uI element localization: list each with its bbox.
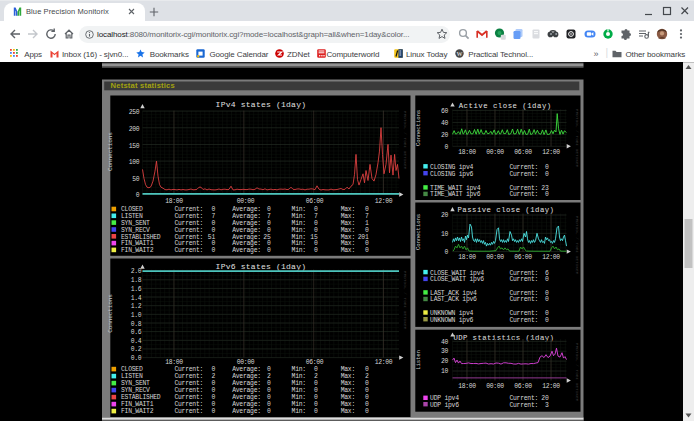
svg-text:0: 0 (545, 296, 549, 303)
svg-text:Average:: Average: (232, 373, 261, 380)
svg-text:0: 0 (365, 387, 369, 394)
svg-text:0.2: 0.2 (131, 346, 142, 353)
svg-text:0: 0 (267, 380, 271, 387)
svg-text:SYN_RECV: SYN_RECV (121, 387, 150, 394)
svg-text:Current:: Current: (509, 276, 538, 283)
svg-text:Average:: Average: (232, 408, 261, 415)
svg-text:2: 2 (211, 373, 215, 380)
svg-text:18:00: 18:00 (458, 149, 476, 156)
svg-text:0: 0 (211, 408, 215, 415)
svg-text:0: 0 (314, 401, 318, 408)
svg-text:Connections: Connections (107, 294, 114, 333)
svg-text:RRDTOOL / TOBI OETIKER: RRDTOOL / TOBI OETIKER (575, 343, 579, 402)
svg-text:Max:: Max: (341, 373, 355, 380)
svg-text:UDP ipv6: UDP ipv6 (430, 402, 459, 409)
svg-text:Current:: Current: (509, 191, 538, 198)
svg-text:FIN_WAIT1: FIN_WAIT1 (121, 401, 154, 408)
svg-text:IPv6 states (1day): IPv6 states (1day) (216, 262, 307, 271)
svg-text:0: 0 (267, 401, 271, 408)
svg-text:1.6: 1.6 (131, 286, 142, 293)
svg-text:0: 0 (267, 247, 271, 254)
svg-text:2: 2 (314, 373, 318, 380)
svg-text:0: 0 (365, 366, 369, 373)
svg-text:Min:: Min: (292, 401, 306, 408)
svg-text:Min:: Min: (292, 408, 306, 415)
svg-text:12:00: 12:00 (542, 149, 560, 156)
svg-text:2.0: 2.0 (131, 268, 142, 275)
svg-text:FIN_WAIT2: FIN_WAIT2 (121, 247, 154, 254)
svg-text:18:00: 18:00 (165, 359, 183, 366)
svg-text:0: 0 (365, 380, 369, 387)
svg-text:00:00: 00:00 (486, 383, 504, 390)
svg-text:Current:: Current: (174, 380, 203, 387)
svg-text:Max:: Max: (341, 380, 355, 387)
svg-text:Max:: Max: (341, 394, 355, 401)
svg-text:Current:: Current: (174, 387, 203, 394)
svg-text:0: 0 (314, 247, 318, 254)
svg-text:0: 0 (136, 192, 140, 199)
svg-text:Current:: Current: (174, 373, 203, 380)
svg-text:0: 0 (211, 401, 215, 408)
svg-text:06:00: 06:00 (514, 149, 532, 156)
svg-text:Min:: Min: (292, 373, 306, 380)
svg-text:0.6: 0.6 (131, 329, 142, 336)
svg-text:Listen: Listen (415, 350, 422, 370)
svg-text:Connections: Connections (107, 132, 114, 171)
svg-text:CLOSED: CLOSED (121, 366, 143, 373)
svg-text:20: 20 (441, 132, 449, 139)
svg-text:0: 0 (211, 366, 215, 373)
svg-text:Min:: Min: (292, 380, 306, 387)
svg-text:Min:: Min: (292, 366, 306, 373)
svg-text:RRDTOOL / TOBI OETIKER: RRDTOOL / TOBI OETIKER (575, 109, 579, 168)
svg-text:2: 2 (267, 373, 271, 380)
svg-text:0: 0 (365, 408, 369, 415)
svg-text:250: 250 (129, 109, 140, 116)
svg-text:0: 0 (314, 408, 318, 415)
svg-text:2: 2 (365, 373, 369, 380)
svg-text:0: 0 (314, 394, 318, 401)
svg-text:0: 0 (545, 171, 549, 178)
svg-text:IPv4 states (1day): IPv4 states (1day) (216, 100, 307, 109)
svg-text:1.2: 1.2 (131, 303, 142, 310)
svg-text:1.4: 1.4 (131, 295, 142, 302)
svg-text:100: 100 (129, 159, 140, 166)
svg-text:ESTABLISHED: ESTABLISHED (121, 394, 161, 401)
svg-text:Current:: Current: (174, 394, 203, 401)
svg-text:40: 40 (441, 339, 449, 346)
svg-text:12:00: 12:00 (375, 198, 393, 205)
svg-text:Min:: Min: (292, 247, 306, 254)
svg-text:12:00: 12:00 (542, 254, 560, 261)
svg-text:0: 0 (267, 387, 271, 394)
svg-text:Average:: Average: (232, 401, 261, 408)
svg-text:0: 0 (314, 387, 318, 394)
svg-text:0: 0 (444, 249, 448, 256)
svg-text:Passive close (1day): Passive close (1day) (458, 206, 555, 214)
svg-text:00:00: 00:00 (486, 254, 504, 261)
svg-text:0: 0 (314, 380, 318, 387)
svg-text:W: W (457, 51, 463, 57)
svg-text:UNKNOWN ipv6: UNKNOWN ipv6 (430, 317, 473, 324)
svg-text:SYN_SENT: SYN_SENT (121, 380, 150, 387)
svg-text:Current:: Current: (174, 408, 203, 415)
svg-text:0: 0 (545, 276, 549, 283)
svg-text:00:00: 00:00 (237, 359, 255, 366)
svg-text:60: 60 (441, 108, 449, 115)
svg-text:10: 10 (441, 368, 449, 375)
svg-text:Max:: Max: (341, 247, 355, 254)
svg-text:FIN_WAIT2: FIN_WAIT2 (121, 408, 154, 415)
svg-text:0.4: 0.4 (131, 338, 142, 345)
svg-text:Current:: Current: (174, 247, 203, 254)
svg-text:Current:: Current: (509, 402, 538, 409)
svg-text:Current:: Current: (174, 366, 203, 373)
svg-text:12:00: 12:00 (542, 383, 560, 390)
svg-text:Current:: Current: (509, 171, 538, 178)
svg-text:0: 0 (365, 394, 369, 401)
svg-text:20: 20 (441, 358, 449, 365)
svg-text:0.8: 0.8 (131, 321, 142, 328)
svg-text:1.0: 1.0 (131, 312, 142, 319)
svg-text:Max:: Max: (341, 401, 355, 408)
svg-text:Current:: Current: (174, 401, 203, 408)
svg-text:RRDTOOL / TOBI OETIKER: RRDTOOL / TOBI OETIKER (403, 271, 407, 330)
svg-text:0: 0 (211, 387, 215, 394)
svg-text:Average:: Average: (232, 247, 261, 254)
